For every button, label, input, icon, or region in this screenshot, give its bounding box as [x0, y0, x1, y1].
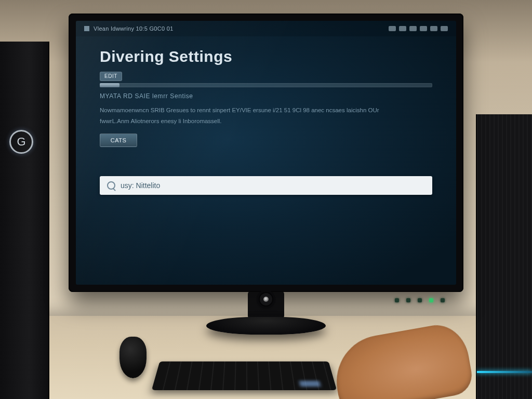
tray-icon[interactable] [441, 26, 448, 31]
photo-scene: G Vlean Idwwriny 10:5 G0C0 01 [0, 0, 532, 399]
monitor-stand-base [206, 317, 326, 335]
keyboard [152, 362, 337, 390]
description-text: Nowmamoenwncn SRIB Gresues to rennt sinp… [100, 106, 419, 126]
window-title: Vlean Idwwriny 10:5 G0C0 01 [94, 25, 174, 32]
app-icon [84, 26, 89, 31]
tray-icon[interactable] [409, 26, 417, 31]
monitor-bezel: Vlean Idwwriny 10:5 G0C0 01 Divering Set… [69, 14, 463, 292]
monitor-control-leds [395, 298, 445, 302]
tray-icon[interactable] [430, 26, 437, 31]
page-heading: Divering Settings [100, 48, 432, 65]
category-badge[interactable]: EDIT [100, 72, 122, 81]
tower-logo-icon: G [9, 130, 33, 154]
tray-icon[interactable] [389, 26, 396, 31]
monitor-brand-icon [259, 292, 273, 307]
page-content: Divering Settings EDIT MYATA RD SAIE lem… [76, 36, 456, 195]
search-icon [107, 181, 115, 190]
screen: Vlean Idwwriny 10:5 G0C0 01 Divering Set… [76, 21, 456, 285]
description-line: Nowmamoenwncn SRIB Gresues to rennt sinp… [100, 106, 419, 115]
window-titlebar: Vlean Idwwriny 10:5 G0C0 01 [76, 21, 456, 36]
description-line: fwwrL.Anm Aliotnerors enesy li Inboromas… [100, 117, 419, 126]
tray-icon[interactable] [420, 26, 427, 31]
progress-bar [100, 83, 432, 87]
progress-track [100, 83, 432, 87]
tray-icon[interactable] [399, 26, 406, 31]
mouse [119, 337, 147, 378]
system-tray [389, 26, 448, 31]
search-output-field[interactable]: usy: Nittelito [100, 176, 432, 195]
section-subheading: MYATA RD SAIE lemrr Sentise [100, 92, 432, 100]
primary-action-button[interactable]: CATS [100, 134, 137, 147]
pc-tower-left: G [0, 42, 49, 399]
output-text: usy: Nittelito [121, 181, 160, 190]
progress-fill [100, 83, 119, 87]
pc-tower-right [476, 114, 532, 399]
